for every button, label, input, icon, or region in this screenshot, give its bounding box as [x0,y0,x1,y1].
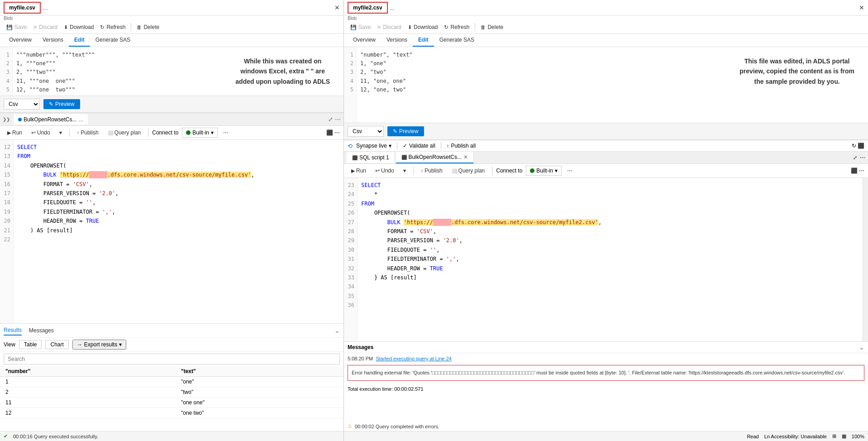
line-numbers-left: 12345 [0,47,13,96]
status-read-right: Read [747,434,758,439]
scrollbar-right[interactable] [863,178,868,341]
query-plan-button-right[interactable]: Query plan [448,166,489,175]
synapse-bar-right: Synapse live Validate all Publish all ↻ … [344,140,868,152]
save-button-left[interactable]: Save [4,23,29,32]
query-plan-button-left[interactable]: Query plan [104,128,145,137]
publish-button-right[interactable]: Publish [417,166,446,175]
tab-row-icons-right [853,154,865,161]
tab-close-right[interactable]: ✕ [463,154,468,160]
search-input-left[interactable] [4,354,340,364]
tab-versions-left[interactable]: Versions [37,34,69,47]
file-tab-right[interactable]: myfile2.csv [348,2,388,14]
sql-sep1-left [69,129,70,137]
publish-all-right[interactable]: Publish all [447,143,476,149]
right-sql-toolbar: Run Undo Publish Query plan Connect to B… [344,164,868,178]
delete-button-right[interactable]: Delete [478,23,506,32]
sql-more-left[interactable]: ⋯ [219,128,232,137]
tab-more-right[interactable]: ... [390,4,395,11]
collapse-btn-left[interactable] [334,327,340,334]
status-layout-icon-right: ▦ [842,433,846,439]
sql-extra-icons-left: ⤢ ⋯ [328,116,341,123]
download-button-left[interactable]: Download [61,23,96,32]
synapse-live-right[interactable]: Synapse live [356,143,391,149]
sql-toolbar-left: Run Undo Publish Query plan Connect to B… [0,126,343,140]
connect-to-right[interactable]: Built-in [526,166,562,176]
refresh-icon-left [100,24,105,30]
close-btn-right[interactable]: ✕ [859,4,864,11]
sql-editor-body-left: 1213141516 171819202122 SELECT FROM OPEN… [0,140,343,323]
message-timestamp-right: 5:08:20 PM Started executing query at Li… [348,356,864,361]
code-content-right[interactable]: "number", "text" 1, "one" 2, "two" 11, "… [357,47,726,123]
view-table-btn-left[interactable]: Table [19,340,42,349]
sql-tab-bar-left: ❯❯ BulkOpenRowsetCs... ... ⤢ ⋯ [0,113,343,126]
view-chart-btn-left[interactable]: Chart [45,340,68,349]
toolbar-sep-left [131,23,131,31]
export-chevdown-left [119,341,122,348]
tab-edit-right[interactable]: Edit [413,34,434,47]
tab-edit-left[interactable]: Edit [69,34,90,47]
sql-tab-dot-left [18,118,22,121]
tab-overview-left[interactable]: Overview [4,34,37,47]
collapse-icon-left [334,327,340,334]
sql-tab-script1-right[interactable]: ⬛ SQL script 1 [347,152,395,163]
refresh-button-right[interactable]: Refresh [441,23,472,32]
discard-button-right[interactable]: Discard [374,23,404,32]
file-editor-left: myfile.csv ... ✕ Blob Save Discard Downl… [0,0,343,113]
expand-icon-right[interactable] [853,154,857,161]
tab-more-left[interactable]: ... [43,4,48,11]
messages-tab-left[interactable]: Messages [29,326,54,335]
tab-generate-sas-right[interactable]: Generate SAS [434,34,480,47]
download-button-right[interactable]: Download [405,23,440,32]
undo-chevron-right[interactable] [400,166,410,175]
sql-sep1-right [413,167,414,175]
run-button-left[interactable]: Run [4,128,26,137]
status-bar-right: Read Ln Accessibility: Unavailable ⊞ ▦ 1… [344,431,868,441]
sql-right-code[interactable]: SELECT * FROM OPENROWSET( BULK 'https://… [358,178,863,341]
delete-button-left[interactable]: Delete [134,23,162,32]
discard-button-left[interactable]: Discard [30,23,60,32]
warn-icon-right: ⚠ [348,423,352,429]
synapse-sep1-right [397,142,397,149]
sql-tabs-row-right: ⬛ SQL script 1 ⬛ BulkOpenRowsetCs... ✕ [344,152,868,164]
undo-chevron-left[interactable] [56,128,66,137]
sql-tab-bulk-right[interactable]: ⬛ BulkOpenRowsetCs... ✕ [396,152,474,163]
sql-code-left[interactable]: SELECT FROM OPENROWSET( BULK 'https://.d… [14,140,343,323]
table-row: 1"one" [0,377,343,387]
discard-icon-right [377,24,381,30]
synapse-sep2-right [441,142,441,149]
query-link-right[interactable]: Started executing query at Line 24 [376,356,452,361]
sql-more-right[interactable]: ⋯ [563,166,576,175]
results-table-left: "number" "text" 1"one" 2"two" 11"one one… [0,366,343,431]
connect-label-left: Connect to [152,129,178,136]
results-header-left: Results Messages [0,324,343,338]
close-btn-left[interactable]: ✕ [334,4,340,11]
run-icon-right [351,168,355,174]
tab-versions-right[interactable]: Versions [381,34,413,47]
code-content-left[interactable]: """number""", """text""" 1, """one""" 2,… [13,47,222,96]
status-accessibility-right: Ln Accessibility: Unavailable [764,434,827,439]
undo-button-right[interactable]: Undo [372,166,398,175]
run-button-right[interactable]: Run [348,166,370,175]
format-select-left[interactable]: Csv [4,99,40,110]
connect-to-left[interactable]: Built-in [182,128,218,138]
bulk-tab-icon-right: ⬛ [401,155,407,160]
save-button-right[interactable]: Save [348,23,373,32]
publish-button-left[interactable]: Publish [73,128,102,137]
tab-overview-right[interactable]: Overview [348,34,381,47]
undo-button-left[interactable]: Undo [28,128,54,137]
export-btn-left[interactable]: Export results [72,340,126,350]
refresh-button-left[interactable]: Refresh [97,23,128,32]
file-tab-left[interactable]: myfile.csv [4,2,41,14]
qplan-icon-right [452,168,457,174]
preview-button-right[interactable]: Preview [387,126,424,136]
tab-generate-sas-left[interactable]: Generate SAS [90,34,136,47]
results-tab-left[interactable]: Results [4,326,22,336]
sql-tab-more-left[interactable]: ... [78,116,83,123]
validate-all-right[interactable]: Validate all [403,143,435,149]
script1-icon-right: ⬛ [352,155,358,160]
messages-collapse-right[interactable]: ⌄ [859,344,864,351]
format-select-right[interactable]: Csv [348,126,384,137]
more-icon-right[interactable] [860,154,865,161]
sql-tab-left[interactable]: BulkOpenRowsetCs... ... [14,114,88,125]
preview-button-left[interactable]: Preview [43,99,80,109]
